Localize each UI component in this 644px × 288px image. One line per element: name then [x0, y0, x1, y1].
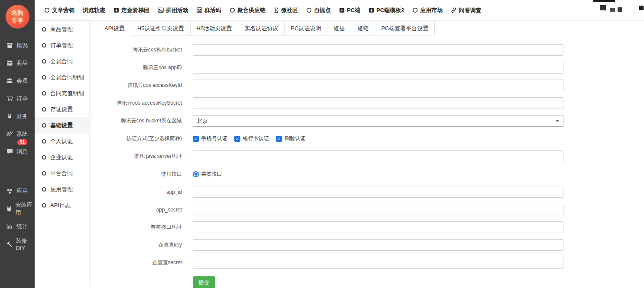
tab-pc-auth-desc[interactable]: PC认证说明: [284, 22, 327, 35]
form-row: 腾讯云cos私有bucket: [98, 44, 644, 56]
yen-icon: ¥: [6, 113, 13, 120]
nav-pc-template2[interactable]: PC端模板2: [369, 6, 404, 14]
form-row: 腾讯云cos accessKeyId: [98, 80, 644, 91]
sidebar-item-orders[interactable]: 订单: [0, 90, 35, 107]
form-row: 认证方式(至少选择两种) 手机号认证 银行卡认证: [98, 133, 644, 144]
form-row: 使用接口 芸签接口: [98, 168, 644, 180]
stats-icon: [6, 224, 13, 229]
sidebar-item-label: 概况: [16, 42, 28, 49]
sidebar-item-label: 订单: [16, 95, 28, 102]
members-icon: [6, 78, 13, 83]
checkbox-label: 银行卡认证: [243, 135, 269, 142]
circle-icon: [412, 7, 418, 13]
nav-deposit-ladder-group[interactable]: 定金阶梯团: [113, 6, 149, 14]
sidebar-item-install-apps[interactable]: 安装应用: [0, 200, 35, 218]
cos-bucket-region-select[interactable]: 北京: [193, 115, 563, 127]
form-row: app_id: [98, 186, 644, 198]
submenu-item-enterprise-auth[interactable]: 企业认证: [35, 149, 89, 165]
form-row: 腾讯云cos accessKeySecret: [98, 97, 644, 109]
submenu-item-evidence-settings[interactable]: 存证设置: [35, 101, 89, 117]
checkbox-bankcard-auth[interactable]: 银行卡认证: [234, 135, 269, 142]
app-id-input[interactable]: [193, 186, 563, 198]
submit-button[interactable]: 提交: [193, 276, 215, 288]
submenu-item-basic-settings[interactable]: 基础设置: [35, 117, 89, 133]
submenu-item-member-contract[interactable]: 会员合同: [35, 53, 89, 69]
checkbox-face-auth[interactable]: 刷脸认证: [276, 135, 305, 142]
brand-logo[interactable]: 采购 专享: [6, 5, 29, 29]
nav-article-marketing[interactable]: 文章营销: [44, 6, 74, 14]
radio-yunsign-api[interactable]: 芸签接口: [193, 170, 222, 178]
submenu-item-member-contract-detail[interactable]: 会员合同明细: [35, 69, 89, 85]
nav-group-qrcode[interactable]: 群活码: [197, 6, 221, 14]
field-label: 芸签接口地址: [98, 224, 193, 231]
cos-appid-input[interactable]: [193, 62, 563, 74]
yunsign-api-url-input[interactable]: [193, 221, 563, 233]
sidebar-item-overview[interactable]: 概况: [0, 36, 35, 54]
nav-browse-track[interactable]: 浏览轨迹: [83, 6, 105, 14]
nav-label: 聚合供应链: [237, 6, 265, 14]
nav-pickup-point[interactable]: 自提点: [306, 6, 331, 14]
nav-survey[interactable]: 问卷调查: [451, 6, 481, 14]
checkbox-phone-auth[interactable]: 手机号认证: [193, 135, 227, 142]
qichacha-secret-input[interactable]: [193, 257, 563, 269]
tab-api-settings[interactable]: API设置: [98, 22, 131, 35]
submenu-item-order-management[interactable]: 订单管理: [35, 37, 89, 53]
cos-accesskeyid-input[interactable]: [193, 80, 563, 91]
app-secret-input[interactable]: [193, 204, 563, 215]
submenu-item-contract-recharge-detail[interactable]: 合同充值明细: [35, 85, 89, 101]
field-label: 认证方式(至少选择两种): [98, 135, 193, 142]
checkbox-checked-icon: [193, 136, 199, 142]
sidebar-item-apps[interactable]: 应用: [0, 182, 35, 200]
submenu-item-personal-auth[interactable]: 个人认证: [35, 133, 89, 149]
submenu-label: 会员合同: [50, 58, 73, 65]
tab-h5-activity-page[interactable]: H5活动页设置: [190, 22, 239, 35]
submenu-item-app-management[interactable]: 应用管理: [35, 181, 89, 197]
sidebar-item-stats[interactable]: 统计: [0, 218, 35, 235]
form-row-submit: 提交: [98, 275, 644, 288]
field-label: 腾讯云cos accessKeyId: [98, 82, 193, 89]
nav-pc[interactable]: PC端: [339, 6, 360, 14]
submenu-label: 企业认证: [50, 154, 73, 161]
circle-icon: [42, 171, 46, 176]
submenu-label: 基础设置: [50, 122, 73, 129]
tab-realname-agreement[interactable]: 实名认证协议: [238, 22, 285, 35]
form-row: 芸签接口地址: [98, 221, 644, 233]
local-java-server-input[interactable]: [193, 150, 563, 162]
circle-icon: [42, 75, 46, 80]
sidebar-item-system[interactable]: 系统: [0, 125, 35, 143]
submenu-item-platform-contract[interactable]: 平台合同: [35, 165, 89, 181]
tab-sms[interactable]: 短信: [327, 22, 351, 35]
sidebar-item-goods[interactable]: 商品: [0, 54, 35, 72]
cos-accesskeysecret-input[interactable]: [193, 97, 563, 109]
nav-app-market[interactable]: 应用市场: [412, 6, 443, 14]
tab-h5-auth-guide[interactable]: H5认证引导页设置: [131, 22, 191, 35]
sidebar-item-finance[interactable]: ¥ 财务: [0, 107, 35, 125]
field-label: 腾讯云cos bucket所在区域: [98, 117, 193, 125]
circle-icon: [42, 91, 46, 96]
circle-icon: [42, 139, 46, 144]
radio-selected-icon: [193, 171, 199, 177]
nav-supply-chain[interactable]: 聚合供应链: [230, 6, 265, 14]
overview-icon: [6, 42, 13, 48]
cos-private-bucket-input[interactable]: [193, 44, 563, 56]
form-row: 企查查key: [98, 239, 644, 251]
sidebar-item-members[interactable]: 会员: [0, 72, 35, 90]
sidebar-item-messages[interactable]: 91 消息: [0, 143, 35, 160]
square-plus-icon: [339, 7, 345, 13]
circle-icon: [42, 107, 46, 112]
nav-label: 问卷调查: [459, 6, 481, 14]
nav-label: 群活码: [204, 6, 221, 14]
redacted-block: [600, 5, 606, 10]
submenu-item-goods-management[interactable]: 商品管理: [35, 21, 89, 37]
submenu-label: 应用管理: [50, 186, 73, 193]
sidebar-item-diy[interactable]: 装修DIY: [0, 235, 35, 253]
nav-label: 自提点: [314, 6, 331, 14]
nav-label: PC端模板2: [376, 6, 404, 14]
tab-pc-sign-platform[interactable]: PC端签署平台设置: [375, 22, 435, 35]
qichacha-key-input[interactable]: [193, 239, 563, 251]
submenu-item-api-log[interactable]: API日志: [35, 197, 89, 213]
nav-group-activity[interactable]: 拼团活动: [158, 6, 188, 14]
circle-icon: [42, 59, 46, 64]
nav-micro-community[interactable]: 微社区: [274, 6, 298, 14]
tab-shortlink[interactable]: 短链: [351, 22, 375, 35]
